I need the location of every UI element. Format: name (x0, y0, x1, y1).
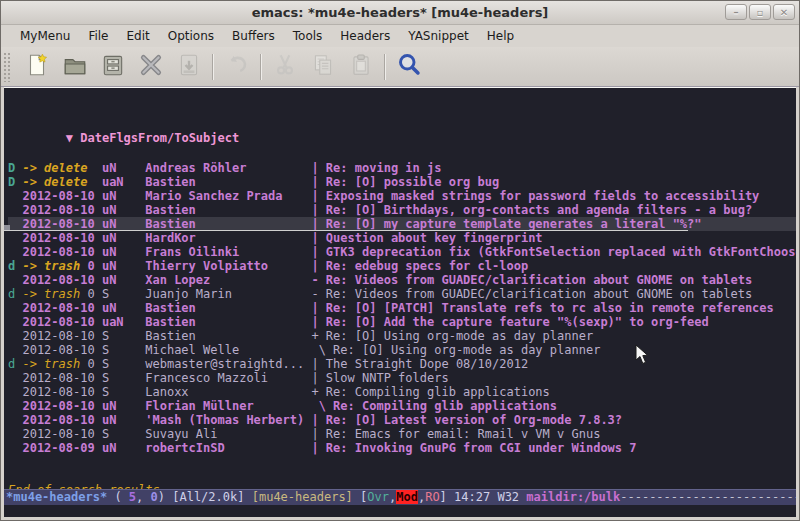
from-field: Michael Welle (145, 343, 311, 357)
subject-field: | Re: [O] [PATCH] Translate refs to rc a… (311, 301, 773, 315)
message-row[interactable]: 2012-08-10 S Bastien + Re: [O] Using org… (8, 329, 796, 343)
close-button[interactable]: ✕ (773, 4, 795, 20)
echo-area[interactable] (4, 505, 796, 517)
title-bar[interactable]: emacs: *mu4e-headers* [mu4e-headers] – ▫… (1, 1, 799, 25)
modeline-plain: ] (440, 490, 454, 504)
open-folder-icon (62, 52, 88, 82)
message-row[interactable]: 2012-08-10 S Francesco Mazzoli | Slow NN… (8, 371, 796, 385)
modeline-ovr: Ovr (367, 490, 389, 504)
header-col-date[interactable]: ▼ Date (66, 131, 109, 145)
flags-field: uN (102, 161, 145, 175)
subject-field: | Question about key fingerprint (311, 231, 542, 245)
message-row[interactable]: 2012-08-10 uN Mario Sanchez Prada | Expo… (8, 189, 796, 203)
menu-item-file[interactable]: File (79, 27, 117, 45)
subject-field: | Slow NNTP folders (311, 371, 448, 385)
subject-field: - Re: Videos from GUADEC/clarification a… (311, 287, 752, 301)
menu-item-buffers[interactable]: Buffers (223, 27, 284, 45)
flags-field: S (102, 287, 145, 301)
from-field: Bastien (145, 217, 311, 231)
date-field: 2012-08-09 (22, 441, 101, 455)
pending-action-label: -> trash (22, 357, 80, 371)
date-field: 2012-08-10 (22, 189, 101, 203)
subject-field: + Re: [O] Using org-mode as day planner (311, 329, 593, 343)
menu-bar: MyMenuFileEditOptionsBuffersToolsHeaders… (1, 25, 799, 47)
from-field: Bastien (145, 175, 311, 189)
message-row[interactable]: 2012-08-10 uN Xan Lopez - Re: Videos fro… (8, 273, 796, 287)
message-row[interactable]: D -> delete uN Andreas Röhler | Re: movi… (8, 161, 796, 175)
message-row[interactable]: D -> delete uaN Bastien | Re: [O] possib… (8, 175, 796, 189)
minimize-button[interactable]: – (725, 4, 747, 20)
menu-item-tools[interactable]: Tools (284, 27, 332, 45)
window-title: emacs: *mu4e-headers* [mu4e-headers] (1, 5, 799, 20)
message-row[interactable]: 2012-08-10 uaN Bastien | Re: [O] Add the… (8, 315, 796, 329)
toolbar (1, 47, 799, 87)
from-field: Suvayu Ali (145, 427, 311, 441)
menu-item-headers[interactable]: Headers (331, 27, 399, 45)
message-row[interactable]: 2012-08-10 S Suvayu Ali | Re: Emacs for … (8, 427, 796, 441)
modeline-plain: , (136, 490, 150, 504)
size-field (87, 175, 101, 189)
close-buffer-button[interactable] (132, 51, 170, 83)
new-file-button[interactable] (18, 51, 56, 83)
new-file-icon (24, 52, 50, 82)
flags-field: uN (102, 203, 145, 217)
flags-field: uN (102, 189, 145, 203)
header-col-flags[interactable]: Flgs (109, 131, 138, 145)
flags-field: uN (102, 231, 145, 245)
open-folder-button[interactable] (56, 51, 94, 83)
date-field: 2012-08-10 (22, 245, 101, 259)
mark-indicator (8, 231, 22, 245)
toolbar-separator (212, 54, 214, 80)
mark-indicator: d (8, 357, 22, 371)
maximize-button[interactable]: ▫ (749, 4, 771, 20)
menu-item-options[interactable]: Options (159, 27, 223, 45)
date-field: -> delete (22, 161, 101, 175)
subject-field: | Re: [O] possible org bug (311, 175, 499, 189)
header-col-subject[interactable]: Subject (189, 131, 240, 145)
save-button[interactable] (94, 51, 132, 83)
message-row[interactable]: 2012-08-10 uN Florian Müllner \ Re: Comp… (8, 399, 796, 413)
from-field: Florian Müllner (145, 399, 311, 413)
subject-field: | The Straight Dope 08/10/2012 (311, 357, 528, 371)
mark-indicator (8, 315, 22, 329)
menu-item-help[interactable]: Help (478, 27, 523, 45)
subject-field: + Re: Compiling glib applications (311, 385, 549, 399)
date-field: 2012-08-10 (22, 371, 101, 385)
subject-field: \ Re: [O] Using org-mode as day planner (311, 343, 600, 357)
from-field: robertcInSD (145, 441, 311, 455)
message-row[interactable]: d -> trash 0 uN Thierry Volpiatto | Re: … (8, 259, 796, 273)
message-row[interactable]: 2012-08-10 uN Bastien | Re: [O] Birthday… (8, 203, 796, 217)
from-field: Bastien (145, 301, 311, 315)
menu-item-edit[interactable]: Edit (118, 27, 159, 45)
message-row[interactable]: 2012-08-09 uN robertcInSD | Re: Invoking… (8, 441, 796, 455)
flags-field: uN (102, 413, 145, 427)
date-field: 2012-08-10 (22, 427, 101, 441)
message-row[interactable]: d -> trash 0 S webmaster@straightd... | … (8, 357, 796, 371)
message-row-current[interactable]: 2012-08-10 uN Bastien | Re: [O] my captu… (8, 217, 796, 231)
save-as-button (170, 51, 208, 83)
emacs-window: emacs: *mu4e-headers* [mu4e-headers] – ▫… (0, 0, 800, 521)
message-row[interactable]: 2012-08-10 uN HardKor | Question about k… (8, 231, 796, 245)
menu-item-mymenu[interactable]: MyMenu (11, 27, 79, 45)
header-col-from[interactable]: From/To (138, 131, 189, 145)
date-field: 2012-08-10 (22, 399, 101, 413)
mark-indicator (8, 301, 22, 315)
message-row[interactable]: 2012-08-10 uN Frans Oilinki | GTK3 depre… (8, 245, 796, 259)
toolbar-grip-handle[interactable] (3, 52, 12, 82)
message-row[interactable]: 2012-08-10 S Michael Welle \ Re: [O] Usi… (8, 343, 796, 357)
flags-field: uN (102, 301, 145, 315)
date-field: 2012-08-10 (22, 217, 101, 231)
date-field: -> trash 0 (22, 259, 101, 273)
message-row[interactable]: d -> trash 0 S Juanjo Marin - Re: Videos… (8, 287, 796, 301)
message-row[interactable]: 2012-08-10 uN 'Mash (Thomas Herbert) | R… (8, 413, 796, 427)
copy-icon (310, 52, 336, 82)
mark-indicator (8, 189, 22, 203)
mode-line[interactable]: *mu4e-headers* ( 5, 0) [All/2.0k] [mu4e-… (4, 489, 796, 505)
mark-indicator (8, 413, 22, 427)
message-row[interactable]: 2012-08-10 uN Bastien | Re: [O] [PATCH] … (8, 301, 796, 315)
search-button[interactable] (390, 51, 428, 83)
menu-item-yasnippet[interactable]: YASnippet (399, 27, 478, 45)
message-row[interactable]: 2012-08-10 S Lanoxx + Re: Compiling glib… (8, 385, 796, 399)
date-field: 2012-08-10 (22, 231, 101, 245)
flags-field: uaN (102, 315, 145, 329)
